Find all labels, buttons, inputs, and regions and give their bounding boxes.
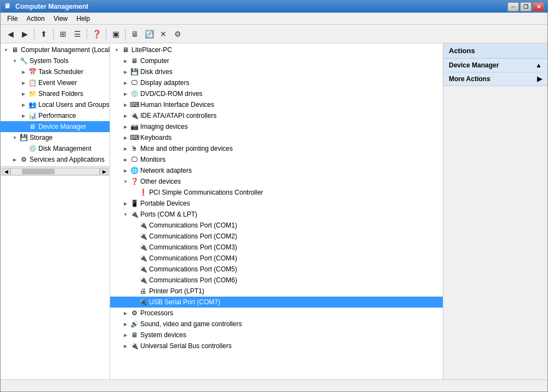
exp-proc[interactable] <box>121 309 130 317</box>
dev-display-adapters[interactable]: 🖵 Display adapters <box>110 77 443 88</box>
properties-button[interactable]: ☰ <box>71 27 84 41</box>
exp-pci[interactable] <box>130 188 139 197</box>
exp-ide[interactable] <box>121 111 130 120</box>
expander-cm[interactable] <box>2 46 10 54</box>
menu-file[interactable]: File <box>3 14 22 24</box>
exp-mice[interactable] <box>121 144 130 153</box>
nav-storage[interactable]: 💾 Storage <box>1 132 110 143</box>
exp-computer[interactable] <box>121 56 130 65</box>
dev-ports[interactable]: 🔌 Ports (COM & LPT) <box>110 209 443 220</box>
exp-display[interactable] <box>121 78 130 87</box>
actions-section-device-manager[interactable]: Device Manager ▲ <box>443 59 547 72</box>
nav-event-viewer[interactable]: 📋 Event Viewer <box>1 77 110 88</box>
update-button[interactable]: 🔃 <box>142 27 156 41</box>
dev-ide[interactable]: 🔌 IDE ATA/ATAPI controllers <box>110 110 443 121</box>
dev-com1[interactable]: 🔌 Communications Port (COM1) <box>110 220 443 231</box>
exp-imaging[interactable] <box>121 122 130 131</box>
nav-computer-management[interactable]: 🖥 Computer Management (Local <box>1 44 110 55</box>
dev-computer[interactable]: 🖥 Computer <box>110 55 443 66</box>
scan-button[interactable]: 🖥 <box>128 27 141 41</box>
exp-sound[interactable] <box>121 320 130 328</box>
dev-processors[interactable]: ⚙ Processors <box>110 308 443 319</box>
forward-button[interactable]: ▶ <box>18 27 31 41</box>
nav-local-users[interactable]: 👥 Local Users and Groups <box>1 99 110 110</box>
menu-action[interactable]: Action <box>22 14 49 24</box>
dev-system-devices[interactable]: 🖥 System devices <box>110 329 443 340</box>
h-scrollbar[interactable] <box>10 168 100 175</box>
exp-liteplacer[interactable] <box>112 46 121 54</box>
dev-other-devices[interactable]: ❓ Other devices <box>110 176 443 187</box>
help-button[interactable]: ❓ <box>90 27 103 41</box>
exp-lpt1[interactable] <box>130 287 139 296</box>
expander-st[interactable] <box>10 56 19 65</box>
dev-disk-drives[interactable]: 💾 Disk drives <box>110 66 443 77</box>
dev-com6[interactable]: 🔌 Communications Port (COM6) <box>110 275 443 286</box>
restore-button[interactable]: ❐ <box>520 2 532 12</box>
dev-dvd-drives[interactable]: 💿 DVD/CD-ROM drives <box>110 88 443 99</box>
exp-com5[interactable] <box>130 265 139 274</box>
expander-disk[interactable] <box>19 144 28 153</box>
expander-svc[interactable] <box>10 155 19 164</box>
dev-com4[interactable]: 🔌 Communications Port (COM4) <box>110 253 443 264</box>
exp-sysdev[interactable] <box>121 331 130 339</box>
scroll-left-arrow[interactable]: ◀ <box>2 168 10 175</box>
nav-performance[interactable]: 📊 Performance <box>1 110 110 121</box>
dev-com3[interactable]: 🔌 Communications Port (COM3) <box>110 242 443 253</box>
exp-hid[interactable] <box>121 100 130 109</box>
nav-device-manager[interactable]: 🖥 Device Manager <box>1 121 110 132</box>
exp-other[interactable] <box>121 177 130 186</box>
expander-storage[interactable] <box>10 133 19 142</box>
expander-lu[interactable] <box>19 100 28 109</box>
properties2-button[interactable]: ⚙ <box>171 27 184 41</box>
exp-com2[interactable] <box>130 232 139 241</box>
nav-task-scheduler[interactable]: 📅 Task Scheduler <box>1 66 110 77</box>
expander-perf[interactable] <box>19 111 28 120</box>
dev-liteplacer-pc[interactable]: 🖥 LitePlacer-PC <box>110 44 443 55</box>
dev-network[interactable]: 🌐 Network adapters <box>110 165 443 176</box>
exp-usb[interactable] <box>121 342 130 350</box>
expander-dm[interactable] <box>19 122 28 131</box>
close-button[interactable]: ✕ <box>533 2 544 12</box>
scroll-right-arrow[interactable]: ▶ <box>100 168 109 175</box>
exp-com4[interactable] <box>130 254 139 263</box>
expander-ev[interactable] <box>19 78 28 87</box>
nav-disk-mgmt[interactable]: 💿 Disk Management <box>1 143 110 154</box>
exp-keyboards[interactable] <box>121 133 130 142</box>
menu-view[interactable]: View <box>49 14 72 24</box>
actions-section-more[interactable]: More Actions ▶ <box>443 72 547 86</box>
dev-keyboards[interactable]: ⌨ Keyboards <box>110 132 443 143</box>
exp-dvd[interactable] <box>121 89 130 98</box>
exp-com3[interactable] <box>130 243 139 252</box>
exp-com7[interactable] <box>130 298 139 306</box>
dev-mice[interactable]: 🖱 Mice and other pointing devices <box>110 143 443 154</box>
exp-portable[interactable] <box>121 199 130 208</box>
dev-usb-controllers[interactable]: 🔌 Universal Serial Bus controllers <box>110 340 443 351</box>
expander-sf[interactable] <box>19 89 28 98</box>
dev-monitors[interactable]: 🖵 Monitors <box>110 154 443 165</box>
show-hide-tree-button[interactable]: ⊞ <box>56 27 70 41</box>
exp-com1[interactable] <box>130 221 139 230</box>
exp-monitors[interactable] <box>121 155 130 164</box>
expander-ts[interactable] <box>19 67 28 76</box>
dev-imaging[interactable]: 📷 Imaging devices <box>110 121 443 132</box>
dev-com7[interactable]: 🔌 USB Serial Port (COM7) <box>110 297 443 308</box>
dev-com2[interactable]: 🔌 Communications Port (COM2) <box>110 231 443 242</box>
minimize-button[interactable]: ─ <box>507 2 519 12</box>
exp-disk-drives[interactable] <box>121 67 130 76</box>
nav-system-tools[interactable]: 🔧 System Tools <box>1 55 110 66</box>
uninstall-button[interactable]: ✕ <box>157 27 170 41</box>
menu-help[interactable]: Help <box>72 14 95 24</box>
dev-lpt1[interactable]: 🖨 Printer Port (LPT1) <box>110 286 443 297</box>
up-button[interactable]: ⬆ <box>37 27 50 41</box>
exp-ports[interactable] <box>121 210 130 219</box>
exp-com6[interactable] <box>130 276 139 285</box>
dev-com5[interactable]: 🔌 Communications Port (COM5) <box>110 264 443 275</box>
nav-services[interactable]: ⚙ Services and Applications <box>1 154 110 165</box>
back-button[interactable]: ◀ <box>4 27 17 41</box>
dev-hid[interactable]: ⌨ Human Interface Devices <box>110 99 443 110</box>
dev-portable[interactable]: 📱 Portable Devices <box>110 198 443 209</box>
toolbar-btn-5[interactable]: ▣ <box>109 27 122 41</box>
nav-shared-folders[interactable]: 📁 Shared Folders <box>1 88 110 99</box>
dev-pci[interactable]: ❗ PCI Simple Communications Controller <box>110 187 443 198</box>
dev-sound[interactable]: 🔊 Sound, video and game controllers <box>110 319 443 329</box>
